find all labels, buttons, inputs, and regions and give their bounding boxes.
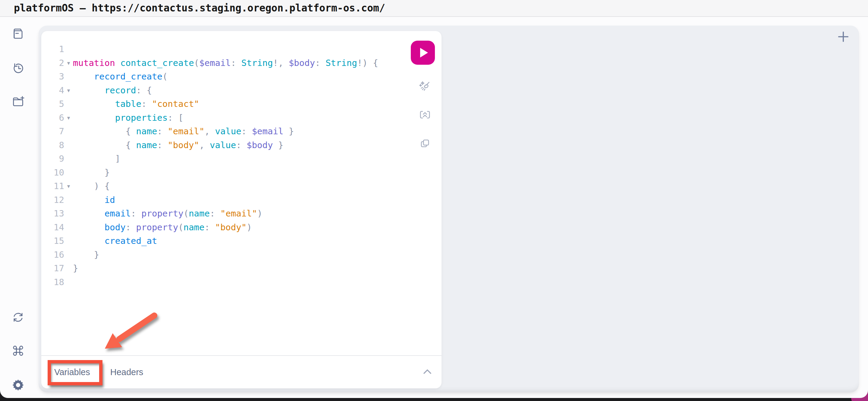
code-text: } xyxy=(73,166,441,180)
line-number: 18 xyxy=(41,275,64,289)
code-text: table: "contact" xyxy=(73,97,441,111)
fold-marker-empty xyxy=(64,97,73,111)
code-text: { name: "email", value: $email } xyxy=(73,125,441,138)
code-line: 8 { name: "body", value: $body } xyxy=(41,138,441,152)
line-number: 15 xyxy=(41,234,64,248)
code-text: } xyxy=(73,248,441,262)
code-text: ] xyxy=(73,152,441,166)
fold-marker-empty xyxy=(64,138,73,152)
app-window: platformOS — https://contactus.staging.o… xyxy=(0,0,868,398)
line-number: 11 xyxy=(41,179,64,193)
fold-marker-icon[interactable]: ▾ xyxy=(64,111,73,125)
code-text: ) { xyxy=(73,179,441,193)
fold-marker-empty xyxy=(64,193,73,207)
code-text xyxy=(73,275,441,289)
fold-marker-empty xyxy=(64,125,73,138)
fold-marker-icon[interactable]: ▾ xyxy=(64,179,73,193)
code-text: mutation contact_create($email: String!,… xyxy=(73,56,441,70)
fold-marker-icon[interactable]: ▾ xyxy=(64,84,73,98)
refetch-icon xyxy=(11,310,25,325)
fold-marker-empty xyxy=(64,42,73,56)
code-text: record_create( xyxy=(73,70,441,84)
code-line: 14 body: property(name: "body") xyxy=(41,221,441,235)
merge-fragments-icon xyxy=(419,109,431,121)
docs-button[interactable] xyxy=(11,27,25,41)
annotation-arrow xyxy=(99,310,166,355)
code-line: 17} xyxy=(41,262,441,275)
fold-marker-empty xyxy=(64,234,73,248)
collapse-footer-button[interactable] xyxy=(422,368,433,376)
line-number: 17 xyxy=(41,262,64,275)
code-line: 16 } xyxy=(41,248,441,262)
line-number: 13 xyxy=(41,207,64,221)
line-number: 3 xyxy=(41,70,64,84)
settings-button[interactable] xyxy=(11,378,25,392)
code-text xyxy=(73,42,441,56)
code-line: 11▾ ) { xyxy=(41,179,441,193)
history-icon xyxy=(11,61,25,75)
code-line: 12 id xyxy=(41,193,441,207)
merge-fragments-button[interactable] xyxy=(419,109,431,121)
window-title: platformOS — https://contactus.staging.o… xyxy=(14,0,385,16)
refetch-schema-button[interactable] xyxy=(11,310,25,325)
code-line: 18 xyxy=(41,275,441,289)
code-text: properties: [ xyxy=(73,111,441,125)
prettify-button[interactable] xyxy=(419,80,431,93)
execute-query-button[interactable] xyxy=(411,41,435,65)
fold-marker-empty xyxy=(64,152,73,166)
code-line: 1 xyxy=(41,42,441,56)
play-icon xyxy=(411,41,435,65)
window-titlebar: platformOS — https://contactus.staging.o… xyxy=(0,0,868,17)
code-text: } xyxy=(73,262,441,275)
code-text: email: property(name: "email") xyxy=(73,207,441,221)
code-text: id xyxy=(73,193,441,207)
prettify-icon xyxy=(419,80,431,93)
code-text: record: { xyxy=(73,84,441,98)
code-line: 6▾ properties: [ xyxy=(41,111,441,125)
line-number: 8 xyxy=(41,138,64,152)
code-line: 5 table: "contact" xyxy=(41,97,441,111)
tab-headers[interactable]: Headers xyxy=(110,367,144,377)
fold-marker-empty xyxy=(64,207,73,221)
copy-icon xyxy=(419,138,431,149)
line-number: 5 xyxy=(41,97,64,111)
fold-marker-empty xyxy=(64,166,73,180)
fold-marker-empty xyxy=(64,275,73,289)
collections-button[interactable] xyxy=(11,95,25,109)
add-tab-button[interactable] xyxy=(836,30,850,44)
fold-marker-icon[interactable]: ▾ xyxy=(64,56,73,70)
fold-marker-empty xyxy=(64,262,73,275)
line-number: 4 xyxy=(41,84,64,98)
line-number: 10 xyxy=(41,166,64,180)
line-number: 1 xyxy=(41,42,64,56)
code-text: created_at xyxy=(73,234,441,248)
history-button[interactable] xyxy=(11,61,25,75)
code-line: 9 ] xyxy=(41,152,441,166)
code-line: 7 { name: "email", value: $email } xyxy=(41,125,441,138)
code-line: 2▾mutation contact_create($email: String… xyxy=(41,56,441,70)
fold-marker-empty xyxy=(64,248,73,262)
code-line: 15 created_at xyxy=(41,234,441,248)
keyboard-shortcuts-button[interactable] xyxy=(11,343,25,358)
code-text: body: property(name: "body") xyxy=(73,221,441,235)
line-number: 7 xyxy=(41,125,64,138)
fold-marker-empty xyxy=(64,70,73,84)
copy-query-button[interactable] xyxy=(419,138,431,149)
annotation-highlight-box xyxy=(48,360,102,386)
code-line: 3 record_create( xyxy=(41,70,441,84)
line-number: 6 xyxy=(41,111,64,125)
code-line: 13 email: property(name: "email") xyxy=(41,207,441,221)
line-number: 2 xyxy=(41,56,64,70)
line-number: 12 xyxy=(41,193,64,207)
query-editor[interactable]: 12▾mutation contact_create($email: Strin… xyxy=(41,42,441,289)
settings-icon xyxy=(11,378,25,392)
docs-icon xyxy=(11,27,25,41)
fold-marker-empty xyxy=(64,221,73,235)
line-number: 14 xyxy=(41,221,64,235)
code-line: 10 } xyxy=(41,166,441,180)
shortcuts-icon xyxy=(11,343,25,358)
line-number: 16 xyxy=(41,248,64,262)
plus-icon xyxy=(836,30,850,44)
line-number: 9 xyxy=(41,152,64,166)
collections-icon xyxy=(11,95,25,109)
